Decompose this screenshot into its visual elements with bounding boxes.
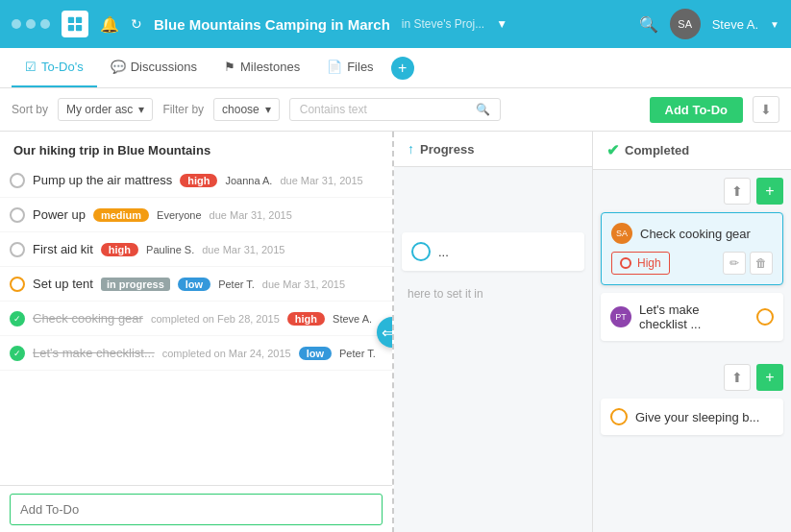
tab-discussions[interactable]: 💬 Discussions (97, 48, 210, 87)
priority-badge-6: low (299, 347, 332, 360)
tab-files[interactable]: 📄 Files (313, 48, 386, 87)
header: 🔔 ↻ Blue Mountains Camping in March in S… (0, 0, 791, 48)
table-row: Check cooking gear completed on Feb 28, … (0, 302, 392, 336)
section-title: Our hiking trip in Blue Mountains (0, 132, 392, 163)
todo-assignee-5: Steve A. (333, 313, 372, 325)
filter-label: Filter by (162, 103, 204, 116)
todo-due-3: due Mar 31, 2015 (202, 244, 284, 255)
todo-due-1: due Mar 31, 2015 (280, 175, 362, 186)
todo-due-4: due Mar 31, 2015 (262, 278, 345, 290)
cooking-gear-edit-button[interactable]: ✏ (723, 252, 746, 275)
tab-todos[interactable]: ☑ To-Do's (12, 48, 97, 87)
milestones-tab-icon: ⚑ (224, 60, 235, 74)
toolbar: Sort by My order asc ▾ Filter by choose … (0, 88, 791, 132)
priority-badge-1: high (180, 174, 217, 187)
sort-select[interactable]: My order asc ▾ (58, 98, 153, 121)
search-magnifier-icon: 🔍 (476, 103, 490, 116)
window-minimize-dot[interactable] (26, 19, 36, 29)
svg-rect-1 (76, 17, 82, 23)
cooking-gear-avatar: SA (611, 223, 632, 244)
add-todo-row (0, 485, 392, 532)
main-content: Our hiking trip in Blue Mountains Pump u… (0, 132, 791, 532)
tab-files-label: Files (347, 60, 373, 74)
table-row: Let's make checklist... completed on Mar… (0, 336, 392, 371)
todo-assignee-2: Everyone (157, 209, 201, 221)
notification-bell[interactable]: 🔔 (100, 15, 119, 34)
completed-action-add[interactable]: + (756, 178, 783, 205)
progress-item-1: ... (402, 232, 584, 271)
filter-select[interactable]: choose ▾ (213, 98, 280, 121)
give-sleeping-circle (610, 408, 628, 425)
window-close-dot[interactable] (12, 19, 21, 29)
todo-assignee-4: Peter T. (218, 278, 255, 290)
sort-value: My order asc (66, 103, 133, 116)
cooking-gear-card: SA Check cooking gear High ✏ 🗑 (601, 212, 783, 285)
todo-title-3: First aid kit (33, 242, 93, 256)
priority-badge-2: medium (93, 208, 149, 222)
username-label: Steve A. (712, 17, 758, 32)
todo-check-6[interactable] (10, 346, 25, 361)
todo-check-2[interactable] (10, 207, 25, 223)
table-row: First aid kit high Pauline S. due Mar 31… (0, 232, 392, 267)
give-sleeping-item: Give your sleeping b... (601, 399, 783, 435)
left-panel: Our hiking trip in Blue Mountains Pump u… (0, 132, 394, 532)
todo-assignee-6: Peter T. (339, 348, 376, 359)
tab-milestones-label: Milestones (240, 60, 300, 74)
filter-arrow-icon: ▾ (265, 103, 271, 116)
give-sleeping-title: Give your sleeping b... (635, 410, 759, 424)
discussions-tab-icon: 💬 (111, 60, 126, 74)
search-placeholder: Contains text (300, 103, 367, 116)
tab-discussions-label: Discussions (131, 60, 197, 74)
todo-title-1: Pump up the air mattress (33, 173, 172, 187)
add-todo-input[interactable] (10, 494, 383, 525)
refresh-icon[interactable]: ↻ (131, 16, 142, 32)
tab-milestones[interactable]: ⚑ Milestones (210, 48, 313, 87)
set-it-text: here to set it in (394, 281, 497, 306)
todo-check-3[interactable] (10, 242, 25, 257)
download-button[interactable]: ⬇ (753, 96, 779, 123)
cooking-gear-delete-button[interactable]: 🗑 (750, 252, 773, 275)
filter-value: choose (222, 103, 260, 116)
todo-assignee-1: Joanna A. (225, 175, 272, 186)
user-chevron-icon[interactable]: ▼ (770, 19, 779, 30)
completed-check-icon: ✔ (606, 141, 619, 159)
window-maximize-dot[interactable] (40, 19, 50, 29)
cooking-gear-priority-label: High (637, 256, 661, 270)
sort-label: Sort by (12, 103, 48, 116)
bottom-action-move[interactable]: ⬆ (724, 364, 751, 391)
project-subtitle: in Steve's Proj... (402, 17, 484, 31)
priority-badge-3: high (101, 243, 138, 256)
project-chevron[interactable]: ▼ (496, 17, 507, 31)
priority-circle-icon (620, 257, 631, 269)
progress-item-label: ... (438, 245, 449, 259)
cooking-gear-priority-row: High (611, 252, 670, 275)
completed-action-move[interactable]: ⬆ (724, 178, 751, 205)
project-title: Blue Mountains Camping in March (154, 16, 390, 33)
app-logo[interactable] (62, 11, 88, 37)
completed-column-header: ✔ Completed (593, 132, 791, 170)
todo-check-4[interactable] (10, 277, 25, 292)
bottom-action-add[interactable]: + (756, 364, 783, 391)
progress-circle-1 (411, 242, 431, 261)
cooking-gear-title-row: SA Check cooking gear (611, 223, 773, 244)
inprogress-badge-4: in progress (101, 278, 170, 291)
files-tab-icon: 📄 (327, 60, 342, 74)
priority-badge-4: low (178, 278, 210, 291)
progress-icon: ↑ (408, 141, 414, 157)
search-icon[interactable]: 🔍 (639, 15, 658, 34)
completed-column: ✔ Completed ⬆ + SA Check cooking gear (593, 132, 791, 532)
window-controls-area (12, 19, 50, 29)
search-field[interactable]: Contains text 🔍 (289, 98, 501, 121)
checklist-status-circle (756, 308, 774, 326)
todo-check-5[interactable] (10, 311, 25, 326)
add-tab-button[interactable]: + (391, 57, 414, 80)
bottom-actions: ⬆ + (601, 364, 783, 391)
cooking-gear-card-actions: ✏ 🗑 (723, 252, 773, 275)
progress-column-header: ↑ Progress (394, 132, 592, 167)
sort-arrow-icon: ▾ (138, 103, 144, 116)
add-todo-button[interactable]: Add To-Do (650, 97, 743, 123)
progress-column: ↑ Progress ... here to set it in (394, 132, 593, 532)
tab-bar: ☑ To-Do's 💬 Discussions ⚑ Milestones 📄 F… (0, 48, 791, 88)
right-panel: ↑ Progress ... here to set it in ✔ Compl… (394, 132, 791, 532)
todo-check-1[interactable] (10, 173, 25, 188)
